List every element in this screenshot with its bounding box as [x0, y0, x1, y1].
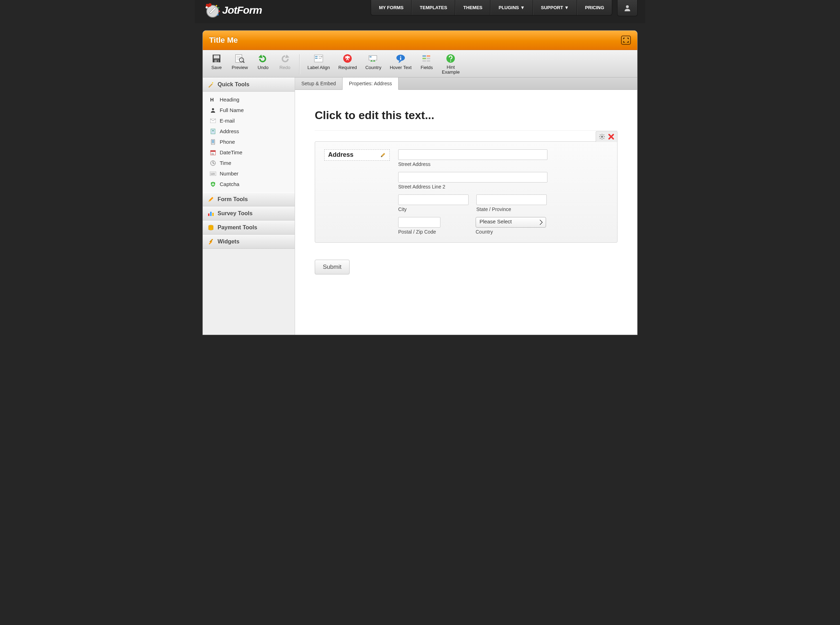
- svg-rect-29: [427, 58, 430, 59]
- svg-line-60: [600, 138, 601, 139]
- workspace-header: Title Me: [203, 31, 637, 50]
- postal-input[interactable]: [398, 217, 440, 228]
- pencil-icon: [380, 152, 386, 158]
- canvas-tabs: Setup & Embed Properties: Address: [295, 78, 637, 90]
- fullscreen-icon: [623, 38, 629, 43]
- svg-point-2: [216, 5, 217, 6]
- sidebar-section-survey-tools[interactable]: Survey Tools: [203, 207, 294, 221]
- fields-button[interactable]: Fields: [417, 53, 437, 76]
- nav-support[interactable]: SUPPORT ▼: [533, 0, 577, 15]
- svg-text:123: 123: [211, 173, 215, 175]
- svg-point-52: [208, 228, 213, 230]
- calendar-icon: 31: [210, 149, 216, 156]
- tool-full-name[interactable]: Full Name: [203, 105, 294, 115]
- svg-rect-9: [214, 59, 219, 62]
- svg-point-35: [212, 108, 214, 110]
- field-actions: [596, 131, 617, 142]
- fullscreen-button[interactable]: [621, 36, 631, 45]
- form-title[interactable]: Title Me: [209, 36, 238, 45]
- required-button[interactable]: Required: [335, 53, 361, 76]
- address-field-block[interactable]: Address Street Address Street Address Li…: [315, 141, 617, 243]
- logo-text: JotForm: [222, 4, 262, 16]
- sidebar-section-quick-tools[interactable]: Quick Tools: [203, 78, 294, 92]
- field-label-editor[interactable]: Address: [324, 149, 390, 161]
- tab-properties-address[interactable]: Properties: Address: [343, 78, 398, 90]
- phone-icon: [210, 139, 216, 145]
- tab-setup-embed[interactable]: Setup & Embed: [295, 78, 343, 90]
- address-icon: [210, 128, 216, 135]
- undo-icon: [258, 54, 268, 64]
- toolbar: Save Preview Undo Redo Label Align Req: [203, 50, 637, 78]
- street-address-2-input[interactable]: [398, 172, 547, 182]
- field-settings-button[interactable]: [598, 133, 606, 141]
- user-menu[interactable]: [617, 0, 638, 16]
- svg-rect-26: [423, 55, 426, 57]
- field-label: Address: [328, 151, 353, 159]
- sidebar-section-payment-tools[interactable]: Payment Tools: [203, 221, 294, 235]
- submit-button[interactable]: Submit: [315, 260, 350, 274]
- email-icon: [210, 118, 216, 124]
- street-address-input[interactable]: [398, 149, 547, 160]
- nav-plugins[interactable]: PLUGINS ▼: [490, 0, 533, 15]
- svg-rect-42: [211, 151, 215, 152]
- tool-phone[interactable]: Phone: [203, 137, 294, 147]
- city-input[interactable]: [398, 194, 469, 205]
- country-button[interactable]: Country: [362, 53, 385, 76]
- main-nav: MY FORMS TEMPLATES THEMES PLUGINS ▼ SUPP…: [371, 0, 612, 16]
- tool-datetime[interactable]: 31DateTime: [203, 147, 294, 158]
- svg-text:H: H: [210, 97, 214, 102]
- hint-example-icon: [446, 54, 456, 64]
- form-heading[interactable]: Click to edit this text...: [315, 109, 617, 131]
- preview-button[interactable]: Preview: [228, 53, 251, 76]
- svg-point-24: [400, 56, 401, 57]
- svg-point-4: [219, 11, 220, 12]
- svg-line-61: [603, 135, 604, 135]
- save-icon: [212, 54, 222, 64]
- tool-number[interactable]: 123Number: [203, 168, 294, 179]
- label-align-button[interactable]: Label Align: [304, 53, 333, 76]
- svg-rect-11: [236, 54, 242, 62]
- svg-rect-30: [423, 60, 426, 62]
- hint-example-button[interactable]: Hint Example: [438, 53, 463, 76]
- svg-rect-10: [217, 60, 218, 62]
- svg-text:31: 31: [211, 152, 214, 155]
- quick-tools-list: HHeading Full Name E-mail Address Phone …: [203, 92, 294, 192]
- sidebar-section-form-tools[interactable]: Form Tools: [203, 192, 294, 207]
- tool-captcha[interactable]: Captcha: [203, 179, 294, 190]
- svg-point-33: [450, 61, 451, 62]
- hover-text-button[interactable]: Hover Text: [386, 53, 415, 76]
- tool-time[interactable]: Time: [203, 158, 294, 168]
- undo-button[interactable]: Undo: [253, 53, 273, 76]
- workspace: Title Me Save Preview Undo Redo: [202, 30, 638, 335]
- svg-rect-8: [214, 55, 219, 59]
- svg-point-1: [206, 6, 208, 8]
- user-icon: [623, 4, 631, 12]
- svg-line-16: [243, 61, 244, 63]
- tool-address[interactable]: Address: [203, 126, 294, 137]
- save-button[interactable]: Save: [206, 53, 227, 76]
- country-select[interactable]: Please Select: [476, 217, 546, 228]
- svg-rect-25: [400, 58, 401, 60]
- street-address-label: Street Address: [398, 162, 547, 167]
- heading-icon: H: [210, 96, 216, 103]
- bar-chart-icon: [208, 211, 214, 216]
- tool-email[interactable]: E-mail: [203, 115, 294, 126]
- field-delete-button[interactable]: [607, 133, 615, 141]
- pencil-icon: [208, 196, 214, 202]
- state-input[interactable]: [476, 194, 547, 205]
- country-icon: [368, 54, 378, 64]
- nav-themes[interactable]: THEMES: [455, 0, 490, 15]
- logo[interactable]: JotForm: [195, 0, 293, 18]
- redo-icon: [280, 54, 290, 64]
- nav-templates[interactable]: TEMPLATES: [412, 0, 455, 15]
- svg-line-59: [603, 138, 604, 139]
- svg-rect-28: [423, 58, 426, 59]
- state-label: State / Province: [476, 207, 547, 212]
- fields-icon: [422, 54, 432, 64]
- nav-pricing[interactable]: PRICING: [577, 0, 612, 15]
- nav-my-forms[interactable]: MY FORMS: [371, 0, 412, 15]
- sidebar-section-widgets[interactable]: Widgets: [203, 235, 294, 249]
- svg-point-5: [217, 14, 219, 16]
- tool-heading[interactable]: HHeading: [203, 95, 294, 105]
- svg-rect-18: [315, 56, 318, 57]
